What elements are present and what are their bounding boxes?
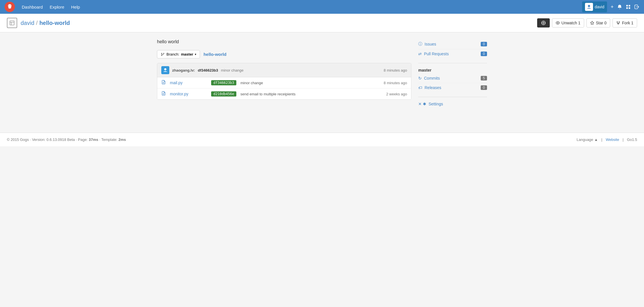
footer-copyright: © 2015 Gogs · Version: 0.6.13.0918 Beta … xyxy=(7,137,126,142)
repo-actions: Unwatch 1 Star 0 Fork 1 xyxy=(537,18,637,27)
svg-rect-5 xyxy=(629,5,630,6)
footer-text: © 2015 Gogs · Version: 0.6.13.0918 Beta … xyxy=(7,137,89,142)
file-name-1[interactable]: monitor.py xyxy=(170,92,207,96)
sidebar-divider xyxy=(418,63,487,63)
sidebar-divider-2 xyxy=(418,97,487,97)
svg-point-0 xyxy=(8,4,11,8)
navbar-right: david + xyxy=(582,1,639,12)
commits-label: Commits xyxy=(424,76,440,80)
file-message-1: send email to multiple receipients xyxy=(240,92,382,96)
fork-button[interactable]: Fork 1 xyxy=(612,18,637,27)
file-message-0: minor change xyxy=(240,81,380,85)
sidebar-repo-section: ↻ Commits 5 🏷 Releases 0 xyxy=(418,74,487,92)
main-container: hello world Branch: master ▾ hello-world… xyxy=(150,32,494,115)
username-label: david xyxy=(595,5,604,9)
commit-header: zhaogang.lv: df346623b3 minor change 8 m… xyxy=(157,63,411,77)
commit-author-name: zhaogang.lv: xyxy=(172,68,195,72)
repo-description: hello world xyxy=(157,39,411,44)
settings-label: Settings xyxy=(429,102,443,106)
file-time-0: 8 minutes ago xyxy=(384,81,407,85)
releases-link[interactable]: 🏷 Releases xyxy=(418,85,478,90)
svg-point-19 xyxy=(163,53,164,54)
file-row: monitor.py d210db456e send email to mult… xyxy=(157,88,411,99)
svg-rect-8 xyxy=(10,21,14,25)
file-hash-1[interactable]: d210db456e xyxy=(211,91,236,97)
sidebar-item-settings: ✕ ✱ Settings xyxy=(418,99,487,109)
svg-point-15 xyxy=(619,21,620,22)
user-avatar xyxy=(585,3,593,11)
nav-explore[interactable]: Explore xyxy=(50,5,64,9)
issues-icon: ⓘ xyxy=(418,42,422,47)
settings-icon: ✕ ✱ xyxy=(418,102,426,106)
issues-label: Issues xyxy=(425,42,436,46)
issues-badge: 0 xyxy=(481,42,487,46)
settings-link[interactable]: ✕ ✱ Settings xyxy=(418,102,487,106)
svg-point-2 xyxy=(10,5,11,6)
clone-button[interactable] xyxy=(537,18,550,27)
pull-requests-label: Pull Requests xyxy=(424,52,449,56)
plus-button[interactable]: + xyxy=(610,4,614,10)
repo-owner-link[interactable]: david xyxy=(21,20,34,26)
footer-template-time: 2ms xyxy=(119,137,126,142)
commit-time: 8 minutes ago xyxy=(384,68,407,72)
releases-label: Releases xyxy=(425,85,441,90)
sidebar-branch-name: master xyxy=(418,66,487,74)
fork-label: Fork 1 xyxy=(622,21,633,25)
svg-point-12 xyxy=(557,22,558,23)
commits-icon: ↻ xyxy=(418,76,422,80)
website-link[interactable]: Website xyxy=(606,137,619,142)
language-selector[interactable]: Language ▲ xyxy=(577,137,598,142)
navbar: Dashboard Explore Help david + xyxy=(0,0,644,14)
file-table: zhaogang.lv: df346623b3 minor change 8 m… xyxy=(157,63,411,100)
sidebar-item-releases: 🏷 Releases 0 xyxy=(418,83,487,92)
issues-link[interactable]: ⓘ Issues xyxy=(418,42,478,47)
unwatch-label: Unwatch 1 xyxy=(561,21,580,25)
notifications-icon[interactable] xyxy=(617,4,622,9)
commits-link[interactable]: ↻ Commits xyxy=(418,76,478,80)
repo-title: david / hello-world xyxy=(21,20,534,26)
branch-selector[interactable]: Branch: master ▾ xyxy=(157,50,200,58)
branch-label: Branch: xyxy=(166,52,179,56)
releases-badge: 0 xyxy=(481,85,487,90)
footer-page-time: 37ms xyxy=(89,137,98,142)
sidebar-issues-section: ⓘ Issues 0 ⇄ Pull Requests 0 xyxy=(418,39,487,58)
main-content: hello world Branch: master ▾ hello-world… xyxy=(157,39,411,109)
sidebar: ⓘ Issues 0 ⇄ Pull Requests 0 master ↻ Co… xyxy=(418,39,487,109)
commit-message: minor change xyxy=(221,68,244,72)
grid-icon[interactable] xyxy=(626,4,631,9)
releases-icon: 🏷 xyxy=(418,85,422,90)
svg-point-18 xyxy=(161,55,162,56)
repo-clone-link[interactable]: hello-world xyxy=(203,52,226,57)
repo-name-link[interactable]: hello-world xyxy=(39,20,70,26)
footer: © 2015 Gogs · Version: 0.6.13.0918 Beta … xyxy=(0,133,644,146)
pull-requests-icon: ⇄ xyxy=(418,52,422,56)
star-button[interactable]: Star 0 xyxy=(586,18,610,27)
footer-right: Language ▲ | Website | Go1.5 xyxy=(577,137,637,142)
file-icon xyxy=(161,80,166,86)
pull-requests-link[interactable]: ⇄ Pull Requests xyxy=(418,52,478,56)
sidebar-item-issues: ⓘ Issues 0 xyxy=(418,39,487,49)
commits-badge: 5 xyxy=(481,76,487,80)
nav-dashboard[interactable]: Dashboard xyxy=(22,5,43,9)
file-icon xyxy=(161,91,166,97)
commit-author-avatar xyxy=(161,66,169,74)
user-menu-button[interactable]: david xyxy=(582,1,607,12)
svg-point-20 xyxy=(164,68,166,70)
svg-rect-6 xyxy=(626,7,628,9)
branch-chevron-icon: ▾ xyxy=(195,53,196,56)
unwatch-button[interactable]: Unwatch 1 xyxy=(552,18,584,27)
file-time-1: 2 weeks ago xyxy=(386,92,407,96)
svg-point-1 xyxy=(9,5,9,6)
svg-rect-7 xyxy=(629,7,630,9)
go-version: Go1.5 xyxy=(627,137,637,142)
sidebar-item-commits: ↻ Commits 5 xyxy=(418,74,487,83)
title-slash: / xyxy=(36,20,38,26)
nav-help[interactable]: Help xyxy=(71,5,80,9)
file-hash-0[interactable]: df346623b3 xyxy=(211,80,236,85)
site-logo[interactable] xyxy=(5,2,15,12)
file-name-0[interactable]: mail.py xyxy=(170,80,207,85)
branch-name: master xyxy=(181,52,193,56)
signout-icon[interactable] xyxy=(634,4,639,9)
svg-rect-4 xyxy=(626,5,628,6)
repo-header: david / hello-world Unwatch 1 Star 0 For… xyxy=(0,14,644,32)
